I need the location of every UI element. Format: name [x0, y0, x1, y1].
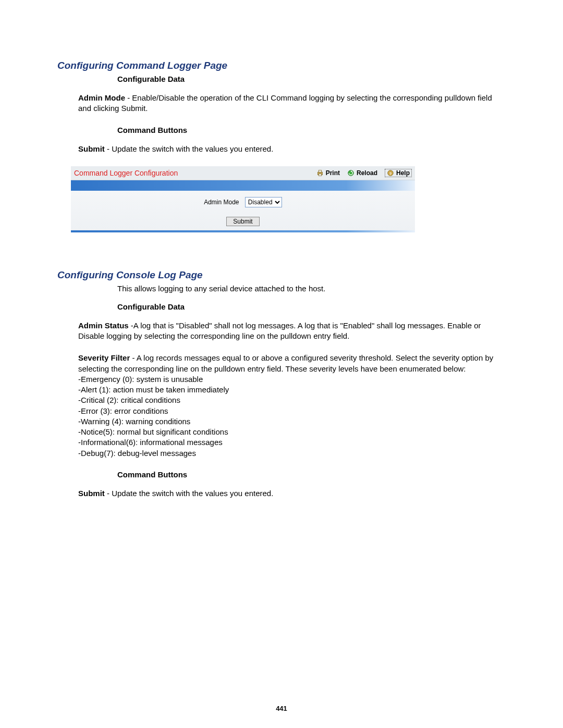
severity-desc: - A log records messages equal to or abo…	[78, 353, 493, 373]
severity-level: -Warning (4): warning conditions	[78, 416, 506, 427]
panel-body: Admin Mode Disabled Submit	[71, 191, 415, 230]
section2-intro: This allows logging to any serial device…	[117, 284, 506, 293]
submit-paragraph-2: Submit - Update the switch with the valu…	[78, 488, 506, 499]
submit-term-1: Submit	[78, 144, 105, 153]
print-label: Print	[326, 169, 340, 177]
svg-text:?: ?	[389, 171, 392, 176]
admin-mode-label: Admin Mode	[204, 199, 239, 206]
svg-rect-2	[319, 174, 321, 176]
admin-status-desc: -A log that is "Disabled" shall not log …	[78, 321, 481, 340]
svg-rect-1	[319, 170, 321, 172]
severity-level: -Debug(7): debug-level messages	[78, 448, 506, 459]
submit-paragraph-1: Submit - Update the switch with the valu…	[78, 144, 506, 154]
section2-heading: Configuring Console Log Page	[57, 269, 506, 281]
reload-icon	[347, 169, 354, 177]
severity-block: Severity Filter - A log records messages…	[78, 353, 506, 459]
configurable-data-heading-2: Configurable Data	[117, 302, 506, 311]
admin-mode-paragraph: Admin Mode - Enable/Disable the operatio…	[78, 93, 506, 114]
panel-actions: Print Reload ? Help	[316, 169, 412, 177]
help-icon: ?	[387, 169, 394, 177]
submit-desc-1: - Update the switch with the values you …	[105, 144, 274, 153]
panel-title: Command Logger Configuration	[74, 169, 316, 177]
admin-mode-term: Admin Mode	[78, 93, 125, 102]
submit-desc-2: - Update the switch with the values you …	[105, 489, 274, 498]
admin-mode-row: Admin Mode Disabled	[71, 197, 415, 207]
page-number: 441	[0, 705, 563, 712]
admin-status-term: Admin Status	[78, 321, 129, 330]
command-logger-panel: Command Logger Configuration Print Reloa…	[70, 166, 415, 233]
severity-level: -Emergency (0): system is unusable	[78, 374, 506, 385]
help-label: Help	[396, 169, 410, 177]
severity-list: -Emergency (0): system is unusable -Aler…	[78, 374, 506, 459]
configurable-data-heading-1: Configurable Data	[117, 75, 506, 83]
severity-term: Severity Filter	[78, 353, 130, 362]
panel-bottom-stripe	[71, 230, 415, 232]
command-buttons-heading-2: Command Buttons	[117, 470, 506, 479]
reload-label: Reload	[357, 169, 377, 177]
printer-icon	[316, 169, 324, 177]
command-buttons-heading-1: Command Buttons	[117, 126, 506, 134]
severity-level: -Notice(5): normal but significant condi…	[78, 427, 506, 437]
submit-button[interactable]: Submit	[226, 217, 259, 226]
admin-status-paragraph: Admin Status -A log that is "Disabled" s…	[78, 320, 506, 342]
admin-mode-desc: - Enable/Disable the operation of the CL…	[78, 93, 492, 113]
help-button[interactable]: ? Help	[385, 169, 412, 177]
severity-level: -Critical (2): critical conditions	[78, 395, 506, 405]
panel-stripe	[71, 180, 415, 191]
admin-mode-select[interactable]: Disabled	[245, 197, 282, 207]
severity-level: -Informational(6): informational message…	[78, 437, 506, 448]
severity-level: -Error (3): error conditions	[78, 406, 506, 416]
severity-level: -Alert (1): action must be taken immedia…	[78, 385, 506, 395]
submit-term-2: Submit	[78, 489, 105, 498]
reload-button[interactable]: Reload	[347, 169, 377, 177]
section1-heading: Configuring Command Logger Page	[57, 60, 506, 71]
print-button[interactable]: Print	[316, 169, 340, 177]
panel-header: Command Logger Configuration Print Reloa…	[71, 166, 415, 180]
